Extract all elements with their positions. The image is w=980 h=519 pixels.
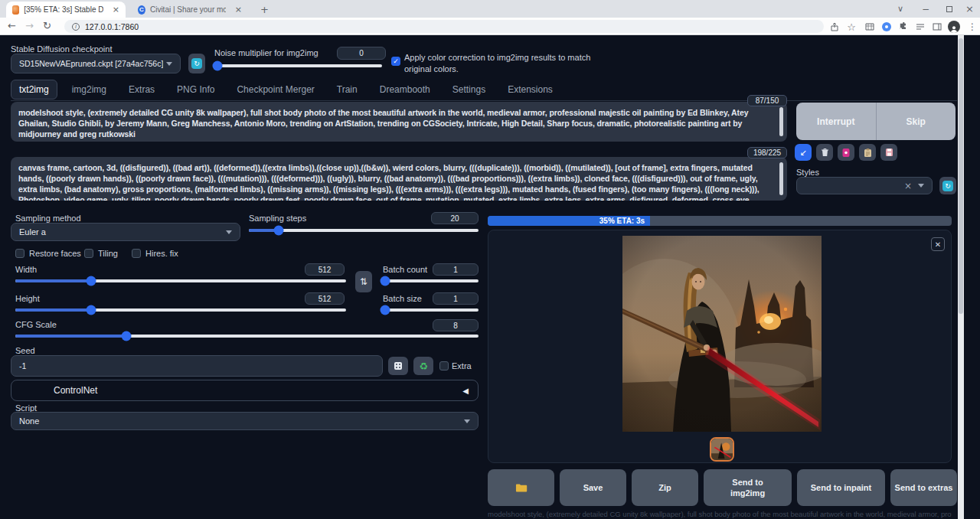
extension-grid-icon[interactable] <box>864 21 876 33</box>
extensions-puzzle-icon[interactable] <box>897 21 910 33</box>
apply-styles-button[interactable] <box>859 144 876 161</box>
negative-prompt-scrollbar[interactable] <box>779 162 783 195</box>
browser-tab-stable-diffusion[interactable]: [35% ETA: 3s] Stable Diffusion × <box>6 2 126 18</box>
close-preview-button[interactable]: ✕ <box>931 237 945 251</box>
controlnet-accordion[interactable]: ControlNet ◀ <box>11 380 479 401</box>
seed-input[interactable]: -1 <box>11 355 383 377</box>
tab-close-icon[interactable]: × <box>113 5 119 15</box>
sampling-steps-slider[interactable] <box>249 229 479 232</box>
site-info-icon[interactable]: i <box>72 23 80 31</box>
tab-extensions[interactable]: Extensions <box>500 80 560 99</box>
batch-count-value[interactable]: 1 <box>433 263 479 276</box>
tab-checkpoint-merger[interactable]: Checkpoint Merger <box>229 80 322 99</box>
styles-refresh-button[interactable]: ↻ <box>939 177 956 194</box>
slider-knob[interactable] <box>381 276 390 286</box>
open-folder-button[interactable] <box>488 469 554 506</box>
kebab-menu-icon[interactable]: ⋮ <box>966 21 978 33</box>
save-style-button[interactable] <box>880 144 897 161</box>
send-to-inpaint-button[interactable]: Send to inpaint <box>797 469 885 506</box>
skip-button[interactable]: Skip <box>877 103 956 140</box>
slider-knob[interactable] <box>213 61 223 71</box>
noise-multiplier-value[interactable]: 0 <box>337 47 386 60</box>
swap-dimensions-button[interactable]: ⇅ <box>355 271 372 292</box>
interrupt-button[interactable]: Interrupt <box>796 103 876 140</box>
reload-icon[interactable]: ↻ <box>43 19 51 33</box>
slider-knob[interactable] <box>87 305 96 315</box>
paste-arrow-icon: ↙ <box>799 148 806 158</box>
extension-blue-dot-icon[interactable] <box>880 21 893 33</box>
tab-img2img[interactable]: img2img <box>64 80 114 99</box>
save-button[interactable]: Save <box>560 469 626 506</box>
prompt-scrollbar[interactable] <box>779 107 783 136</box>
clear-prompt-button[interactable] <box>816 144 833 161</box>
paste-generation-params-button[interactable]: ↙ <box>795 144 812 161</box>
random-seed-button[interactable] <box>388 357 408 375</box>
back-icon[interactable]: ← <box>8 19 16 33</box>
generate-button-group: Interrupt Skip <box>796 103 956 140</box>
checkpoint-refresh-button[interactable]: ↻ <box>188 54 205 73</box>
address-bar[interactable]: i 127.0.0.1:7860 <box>64 20 824 33</box>
share-icon[interactable] <box>828 21 841 33</box>
tiling-checkbox[interactable] <box>84 249 93 258</box>
color-correction-checkbox[interactable]: ✓ <box>391 57 400 66</box>
browser-tab-civitai[interactable]: C Civitai | Share your models × <box>132 2 248 18</box>
checkpoint-dropdown[interactable]: SD15NewVAEpruned.ckpt [27a4ac756c] <box>11 54 181 73</box>
tab-png-info[interactable]: PNG Info <box>169 80 222 99</box>
scrollbar-thumb[interactable] <box>959 38 963 314</box>
extra-seed-checkbox[interactable] <box>439 361 449 370</box>
extension-list-icon[interactable] <box>914 21 926 33</box>
negative-prompt-input[interactable]: canvas frame, cartoon, 3d, ((disfigured)… <box>11 157 787 201</box>
tab-dreambooth[interactable]: Dreambooth <box>372 80 438 99</box>
zip-button[interactable]: Zip <box>632 469 698 506</box>
bookmark-star-icon[interactable]: ☆ <box>845 21 858 33</box>
width-slider[interactable] <box>15 279 346 282</box>
generated-image-preview[interactable] <box>622 236 822 432</box>
side-panel-icon[interactable] <box>931 21 943 33</box>
script-dropdown[interactable]: None <box>11 412 479 430</box>
batch-count-slider[interactable] <box>381 279 479 282</box>
tab-settings[interactable]: Settings <box>445 80 493 99</box>
batch-size-value[interactable]: 1 <box>433 292 479 305</box>
slider-knob[interactable] <box>381 305 390 315</box>
height-slider[interactable] <box>15 308 346 312</box>
styles-dropdown[interactable]: × <box>796 177 933 194</box>
new-tab-button[interactable]: + <box>254 2 275 18</box>
script-value: None <box>19 416 39 426</box>
sampling-steps-value[interactable]: 20 <box>431 212 479 224</box>
slider-knob[interactable] <box>87 276 96 286</box>
forward-icon[interactable]: → <box>25 19 34 33</box>
generated-image <box>622 236 822 432</box>
page-scrollbar[interactable] <box>958 35 964 519</box>
hires-fix-checkbox[interactable] <box>132 249 141 258</box>
window-close-icon[interactable]: × <box>965 0 974 18</box>
window-chevron-icon[interactable]: ∨ <box>897 0 903 18</box>
sampling-method-label: Sampling method <box>15 214 81 223</box>
reuse-seed-button[interactable]: ♻ <box>413 357 433 375</box>
tab-train[interactable]: Train <box>329 80 365 99</box>
noise-multiplier-slider[interactable] <box>215 64 382 67</box>
cfg-scale-slider[interactable] <box>15 335 479 338</box>
window-restore-icon[interactable] <box>946 0 952 18</box>
width-value[interactable]: 512 <box>305 263 345 276</box>
gallery-thumbnail[interactable] <box>710 437 734 462</box>
sampling-method-dropdown[interactable]: Euler a <box>11 223 240 241</box>
tab-close-icon[interactable]: × <box>235 5 242 15</box>
clear-styles-icon[interactable]: × <box>904 181 912 191</box>
restore-faces-checkbox[interactable] <box>15 249 24 258</box>
batch-size-slider[interactable] <box>381 308 479 312</box>
profile-avatar[interactable] <box>948 21 960 33</box>
extra-networks-button[interactable] <box>838 144 854 161</box>
window-minimize-icon[interactable]: − <box>922 0 929 18</box>
cfg-scale-value[interactable]: 8 <box>433 319 479 331</box>
chevron-down-icon <box>166 62 172 66</box>
height-value[interactable]: 512 <box>305 292 345 305</box>
floppy-disk-icon <box>885 148 893 157</box>
tab-txt2img[interactable]: txt2img <box>11 80 57 100</box>
send-to-extras-button[interactable]: Send to extras <box>890 469 957 506</box>
slider-knob[interactable] <box>274 226 284 236</box>
prompt-input[interactable]: modelshoot style, (extremely detailed CG… <box>11 102 787 142</box>
tab-extras[interactable]: Extras <box>121 80 162 99</box>
send-to-img2img-button[interactable]: Send to img2img <box>704 469 792 506</box>
slider-knob[interactable] <box>122 331 132 341</box>
browser-chrome: [35% ETA: 3s] Stable Diffusion × C Civit… <box>0 0 980 35</box>
